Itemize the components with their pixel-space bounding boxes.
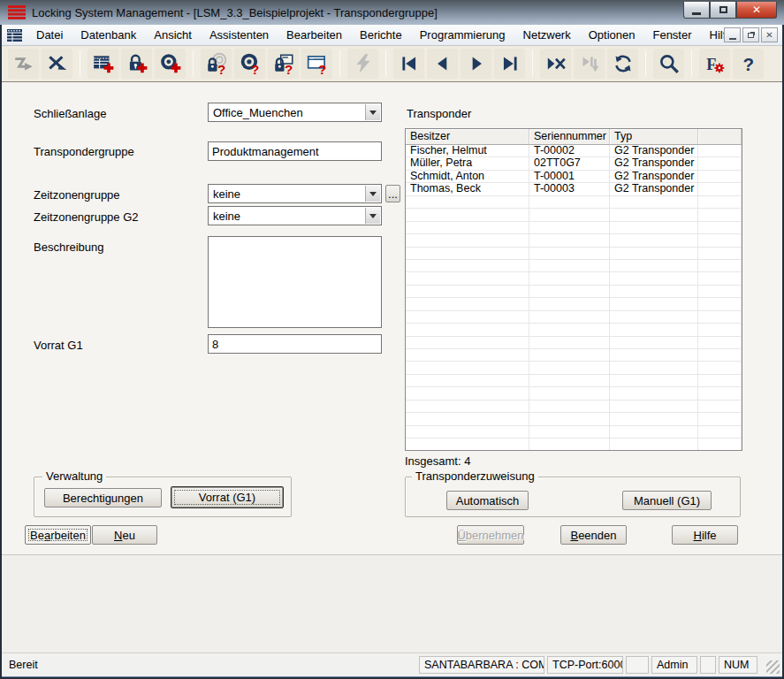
first-record-button[interactable] (393, 49, 424, 79)
filter-settings-icon: F (704, 52, 727, 75)
next-record-icon (465, 52, 488, 75)
table-empty-row (406, 209, 742, 221)
table-cell (698, 298, 742, 310)
last-record-button[interactable] (494, 49, 525, 79)
beschreibung-textarea[interactable] (208, 236, 382, 328)
minimize-button[interactable] (683, 2, 710, 19)
manuell-g1-button[interactable]: Manuell (G1) (622, 491, 712, 510)
menu-datenbank[interactable]: Datenbank (72, 25, 145, 45)
table-empty-row (406, 362, 742, 374)
previous-record-button[interactable] (427, 49, 458, 79)
zeitzonengruppe-browse-button[interactable]: ... (385, 185, 400, 202)
column-header-extra[interactable] (698, 129, 742, 145)
deactivate-record-button[interactable] (540, 49, 571, 79)
table-cell: Schmidt, Anton (406, 171, 529, 183)
menu-optionen[interactable]: Optionen (580, 25, 644, 45)
zeitzonengruppe-dropdown-button[interactable] (365, 186, 380, 202)
column-header-seriennummer[interactable]: Seriennummer (529, 129, 610, 145)
chevron-down-icon (369, 111, 377, 118)
table-cell (610, 387, 698, 400)
read-lock-icon: ? (205, 52, 228, 75)
table-row[interactable]: Müller, Petra02TT0G7G2 Transponder (406, 157, 742, 170)
table-cell: 02TT0G7 (529, 157, 610, 170)
table-row[interactable]: Fischer, HelmutT-00002G2 Transponder (406, 145, 742, 157)
resize-grip-icon[interactable] (766, 660, 780, 674)
filter-settings-button[interactable]: F (699, 49, 730, 79)
svg-text:?: ? (742, 54, 754, 74)
table-cell (406, 349, 529, 362)
table-cell (529, 222, 610, 234)
beenden-button[interactable]: Beenden (560, 525, 627, 545)
new-locking-system-button[interactable] (88, 49, 118, 79)
transpondergruppe-input[interactable] (208, 141, 382, 161)
vorrat-g1-button[interactable]: Vorrat (G1) (171, 486, 284, 508)
close-button[interactable]: ✕ (736, 2, 777, 19)
mdi-window-controls: ✕ (724, 27, 778, 42)
new-transponder-button[interactable] (155, 49, 186, 79)
transponder-table-caption: Transponder (407, 107, 471, 120)
menu-ansicht[interactable]: Ansicht (145, 25, 201, 45)
zeitzonengruppe-g2-dropdown-button[interactable] (365, 208, 380, 224)
menu-netzwerk[interactable]: Netzwerk (514, 25, 580, 45)
table-cell (610, 337, 698, 349)
status-ready-text: Bereit (9, 659, 38, 671)
svg-text:F: F (706, 56, 716, 73)
mdi-restore-button[interactable] (742, 27, 759, 42)
mdi-close-button[interactable]: ✕ (761, 27, 778, 42)
read-g1-lock-button[interactable]: ? (268, 49, 299, 79)
menu-programmierung[interactable]: Programmierung (411, 25, 514, 45)
mdi-client-area (2, 554, 782, 652)
schliessanlage-value: Office_Muenchen (213, 106, 303, 119)
maximize-button[interactable] (710, 2, 736, 19)
schliessanlage-dropdown-button[interactable] (365, 104, 380, 120)
table-row[interactable]: Thomas, BeckT-00003G2 Transponder (406, 183, 742, 195)
bearbeiten-button[interactable]: Bearbeiten (25, 525, 91, 545)
table-cell (406, 196, 529, 209)
table-cell (698, 349, 742, 362)
search-icon (658, 52, 681, 75)
read-network-button[interactable]: ? (301, 49, 332, 79)
vorrat-g1-input[interactable] (208, 334, 382, 354)
column-header-typ[interactable]: Typ (610, 129, 698, 145)
status-panel-empty-2 (700, 656, 716, 674)
zeitzonengruppe-g2-combo[interactable]: keine (208, 206, 382, 225)
table-cell (698, 426, 742, 439)
table-cell (698, 387, 742, 400)
menu-assistenten[interactable]: Assistenten (201, 25, 278, 45)
mdi-minimize-button[interactable] (724, 27, 741, 42)
zeitzonengruppe-combo[interactable]: keine (208, 184, 382, 203)
table-cell (406, 362, 529, 374)
status-panel-empty-1 (626, 656, 649, 674)
last-record-icon (499, 52, 521, 75)
table-cell: G2 Transponder (610, 183, 698, 195)
menu-datei[interactable]: Datei (27, 25, 72, 45)
automatisch-button[interactable]: Automatisch (446, 491, 529, 510)
table-cell (610, 375, 698, 387)
menu-bearbeiten[interactable]: Bearbeiten (278, 25, 351, 45)
menu-fenster[interactable]: Fenster (643, 25, 700, 45)
mdi-restore-icon (748, 33, 754, 38)
read-transponder-button[interactable]: ? (234, 49, 265, 79)
table-cell (529, 286, 610, 298)
table-cell (698, 272, 742, 285)
column-header-besitzer[interactable]: Besitzer (406, 129, 529, 145)
table-cell (610, 234, 698, 247)
logout-button[interactable] (42, 49, 72, 79)
table-cell (698, 413, 742, 425)
new-lock-button[interactable] (121, 49, 152, 79)
search-button[interactable] (653, 49, 684, 79)
menu-berichte[interactable]: Berichte (351, 25, 411, 45)
hilfe-button[interactable]: Hilfe (672, 525, 738, 545)
table-empty-row (406, 222, 742, 234)
berechtigungen-button[interactable]: Berechtigungen (44, 488, 162, 507)
table-cell (529, 234, 610, 247)
read-lock-button[interactable]: ? (201, 49, 232, 79)
refresh-button[interactable] (607, 49, 638, 79)
table-cell (406, 272, 529, 285)
neu-button[interactable]: Neu (92, 525, 157, 545)
table-cell (698, 311, 742, 324)
schliessanlage-combo[interactable]: Office_Muenchen (208, 103, 382, 122)
help-button[interactable]: ? (733, 49, 764, 79)
next-record-button[interactable] (461, 49, 491, 79)
table-row[interactable]: Schmidt, AntonT-00001G2 Transponder (406, 171, 742, 183)
